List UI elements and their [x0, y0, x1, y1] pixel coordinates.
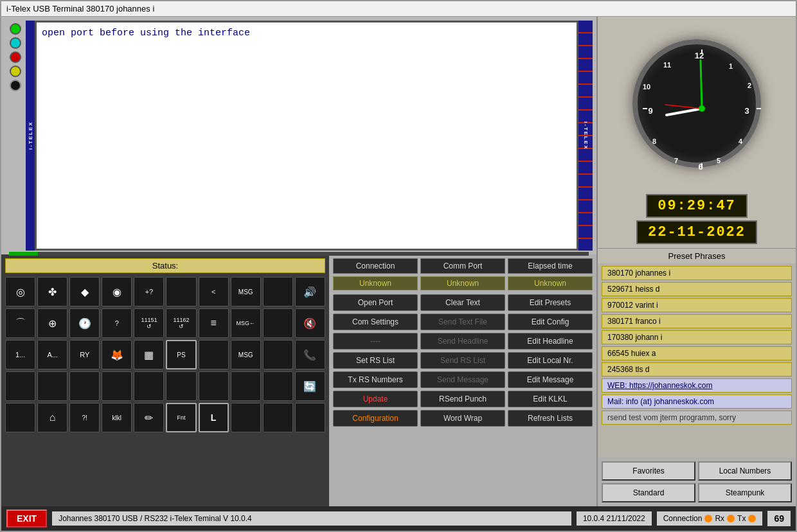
btn-edit[interactable]: ✏ — [134, 403, 164, 432]
btn-target[interactable]: ◎ — [5, 277, 35, 306]
phrase-item[interactable]: 380170 johannes i — [602, 266, 792, 280]
send-message-button[interactable]: Send Message — [420, 371, 505, 388]
indicator-red[interactable] — [10, 51, 21, 63]
svg-line-17 — [701, 60, 702, 109]
phrase-item[interactable]: 66545 huiex a — [602, 346, 792, 360]
refresh-lists-button[interactable]: Refresh Lists — [508, 410, 593, 427]
set-rs-list-button[interactable]: Set RS List — [333, 352, 418, 369]
btn-grid-pattern[interactable]: ▦ — [134, 340, 164, 369]
edit-message-button[interactable]: Edit Message — [508, 371, 593, 388]
edit-klkl-button[interactable]: Edit KLKL — [508, 391, 593, 407]
btn-r4-2[interactable] — [37, 371, 67, 401]
btn-adots[interactable]: A... — [37, 340, 67, 369]
btn-refresh[interactable]: 🔄 — [295, 371, 325, 401]
btn-r4-6[interactable] — [166, 371, 196, 401]
btn-less[interactable]: < — [199, 277, 229, 306]
btn-empty2[interactable] — [263, 277, 293, 306]
btn-r4-4[interactable] — [102, 371, 132, 401]
btn-r4-3[interactable] — [69, 371, 100, 401]
favorites-button[interactable]: Favorites — [602, 461, 695, 481]
terminal-screen-wrap[interactable]: open port before using the interface — [35, 21, 578, 251]
phrase-item[interactable]: 245368 tls d — [602, 362, 792, 377]
btn-circle-dot[interactable]: ◉ — [102, 277, 132, 306]
btn-r4-1[interactable] — [5, 371, 35, 401]
btn-fox[interactable]: 🦊 — [102, 340, 132, 369]
phrase-item[interactable]: 970012 varint i — [602, 298, 792, 312]
svg-point-19 — [699, 105, 705, 112]
btn-r5-10[interactable] — [295, 403, 325, 432]
btn-clock[interactable]: 🕐 — [69, 308, 100, 338]
send-headline-button[interactable]: Send Headline — [420, 333, 505, 350]
btn-ry[interactable]: RY — [69, 340, 100, 369]
btn-11151[interactable]: 11151↺ — [134, 308, 164, 338]
local-numbers-button[interactable]: Local Numbers — [698, 461, 792, 481]
btn-plus-q[interactable]: +? — [134, 277, 164, 306]
update-button[interactable]: Update — [333, 391, 418, 407]
btn-empty3[interactable] — [263, 308, 293, 338]
phrase-item[interactable]: 529671 heiss d — [602, 282, 792, 296]
send-rs-list-button[interactable]: Send RS List — [420, 352, 505, 369]
btn-diamond[interactable]: ◆ — [69, 277, 100, 306]
edit-local-nr-button[interactable]: Edit Local Nr. — [508, 352, 593, 369]
btn-empty4[interactable] — [199, 340, 229, 369]
com-settings-button[interactable]: Com Settings — [333, 314, 418, 330]
btn-menu[interactable]: ≡ — [199, 308, 229, 338]
phrase-item[interactable]: 380171 franco i — [602, 314, 792, 328]
btn-r4-5[interactable] — [134, 371, 164, 401]
phrase-item[interactable]: 170380 johann i — [602, 330, 792, 344]
btn-help[interactable]: ?! — [69, 403, 100, 432]
tx-rs-numbers-button[interactable]: Tx RS Numbers — [333, 371, 418, 388]
btn-mute[interactable]: 🔇 — [295, 308, 325, 338]
btn-empty1[interactable] — [166, 277, 196, 306]
btn-cross[interactable]: ✤ — [37, 277, 67, 306]
btn-r4-9[interactable] — [263, 371, 293, 401]
btn-phone[interactable]: 📞 — [295, 340, 325, 369]
btn-question[interactable]: ? — [102, 308, 132, 338]
phrase-item-gray[interactable]: rsend test vom jterm programm, sorry — [602, 411, 792, 425]
btn-ps[interactable]: PS — [166, 340, 196, 369]
btn-circle-half[interactable]: ⊕ — [37, 308, 67, 338]
send-text-file-button[interactable]: Send Text File — [420, 314, 505, 330]
indicator-yellow[interactable] — [10, 66, 21, 77]
clear-text-button[interactable]: Clear Text — [420, 294, 505, 311]
btn-antenna[interactable]: ⌒ — [5, 308, 35, 338]
btn-11162[interactable]: 11162↺ — [166, 308, 196, 338]
phrase-item-link[interactable]: WEB: https://johanneskok.com — [602, 378, 792, 393]
btn-r5-8[interactable] — [231, 403, 261, 432]
btn-msg1[interactable]: MSG — [231, 277, 261, 306]
btn-r4-8[interactable] — [231, 371, 261, 401]
indicator-black[interactable] — [10, 80, 21, 91]
edit-headline-button[interactable]: Edit Headline — [508, 333, 593, 350]
btn-msg-in[interactable]: MSG← — [231, 308, 261, 338]
preset-phrases-label[interactable]: Preset Phrases — [598, 248, 796, 263]
edit-presets-button[interactable]: Edit Presets — [508, 294, 593, 311]
btn-r5-9[interactable] — [263, 403, 293, 432]
btn-msg2[interactable]: MSG — [231, 340, 261, 369]
standard-button[interactable]: Standard — [602, 483, 695, 502]
steampunk-button[interactable]: Steampunk — [698, 483, 792, 502]
btn-speaker[interactable]: 🔊 — [295, 277, 325, 306]
btn-home[interactable]: ⌂ — [37, 403, 67, 432]
terminal-screen[interactable]: open port before using the interface — [37, 22, 577, 249]
btn-r5-1[interactable] — [5, 403, 35, 432]
main-window: i-Telex USB Terminal 380170 johannes i — [0, 0, 797, 532]
exit-button[interactable]: EXIT — [6, 510, 47, 528]
word-wrap-button[interactable]: Word Wrap — [420, 410, 505, 427]
btn-empty5[interactable] — [263, 340, 293, 369]
indicator-green[interactable] — [10, 23, 21, 35]
dashes-button[interactable]: ---- — [333, 333, 418, 350]
open-port-button[interactable]: Open Port — [333, 294, 418, 311]
btn-1dots[interactable]: 1... — [5, 340, 35, 369]
btn-font[interactable]: Fnt — [166, 403, 196, 432]
rsend-punch-button[interactable]: RSend Punch — [420, 391, 505, 407]
main-area: i-TELEX open port before using the inter… — [1, 17, 796, 506]
configuration-button[interactable]: Configuration — [333, 410, 418, 427]
phrase-item-email[interactable]: Mail: info (at) johanneskok.com — [602, 395, 792, 409]
btn-klkl[interactable]: klkl — [102, 403, 132, 432]
btn-r4-7[interactable] — [199, 371, 229, 401]
indicator-cyan[interactable] — [10, 37, 21, 49]
clock-face: 12 3 6 9 1 2 4 5 7 8 10 11 — [632, 39, 761, 168]
edit-config-button[interactable]: Edit Config — [508, 314, 593, 330]
elapsed-time-label: Elapsed time — [508, 258, 593, 274]
btn-l[interactable]: L — [199, 403, 229, 432]
